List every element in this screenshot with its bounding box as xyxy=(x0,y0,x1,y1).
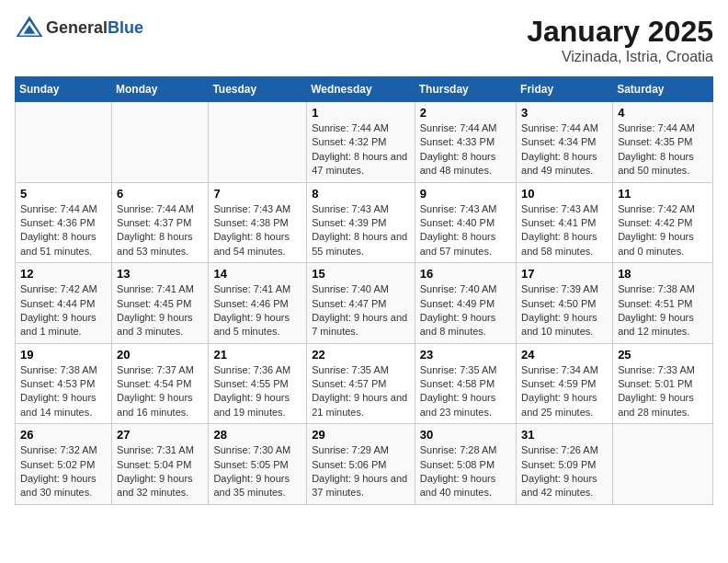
day-number: 14 xyxy=(213,267,301,281)
calendar-cell: 24Sunrise: 7:34 AMSunset: 4:59 PMDayligh… xyxy=(517,343,613,424)
day-number: 29 xyxy=(312,428,410,442)
day-info: Sunrise: 7:39 AMSunset: 4:50 PMDaylight:… xyxy=(521,282,608,339)
calendar-table: SundayMondayTuesdayWednesdayThursdayFrid… xyxy=(15,76,713,505)
calendar-cell: 16Sunrise: 7:40 AMSunset: 4:49 PMDayligh… xyxy=(415,263,516,344)
calendar-cell xyxy=(16,102,112,183)
day-info: Sunrise: 7:42 AMSunset: 4:44 PMDaylight:… xyxy=(20,282,107,339)
calendar-cell: 18Sunrise: 7:38 AMSunset: 4:51 PMDayligh… xyxy=(613,263,713,344)
logo-icon xyxy=(15,15,44,40)
calendar-cell xyxy=(209,102,307,183)
calendar-cell xyxy=(112,102,209,183)
day-info: Sunrise: 7:29 AMSunset: 5:06 PMDaylight:… xyxy=(312,443,410,500)
day-number: 3 xyxy=(521,106,608,120)
day-info: Sunrise: 7:33 AMSunset: 5:01 PMDaylight:… xyxy=(618,363,708,420)
calendar-cell: 14Sunrise: 7:41 AMSunset: 4:46 PMDayligh… xyxy=(209,263,307,344)
day-info: Sunrise: 7:44 AMSunset: 4:34 PMDaylight:… xyxy=(521,121,608,178)
calendar-cell: 29Sunrise: 7:29 AMSunset: 5:06 PMDayligh… xyxy=(307,424,415,505)
day-info: Sunrise: 7:44 AMSunset: 4:32 PMDaylight:… xyxy=(312,121,410,178)
day-number: 1 xyxy=(312,106,410,120)
day-number: 2 xyxy=(420,106,511,120)
day-info: Sunrise: 7:31 AMSunset: 5:04 PMDaylight:… xyxy=(117,443,203,500)
day-number: 20 xyxy=(117,348,203,362)
page-subtitle: Vizinada, Istria, Croatia xyxy=(527,49,713,65)
day-info: Sunrise: 7:35 AMSunset: 4:57 PMDaylight:… xyxy=(312,363,410,420)
calendar-cell: 11Sunrise: 7:42 AMSunset: 4:42 PMDayligh… xyxy=(613,182,713,263)
day-number: 26 xyxy=(20,428,107,442)
day-info: Sunrise: 7:38 AMSunset: 4:51 PMDaylight:… xyxy=(618,282,708,339)
calendar-cell: 4Sunrise: 7:44 AMSunset: 4:35 PMDaylight… xyxy=(613,102,713,183)
day-number: 18 xyxy=(618,267,708,281)
day-number: 15 xyxy=(312,267,410,281)
day-info: Sunrise: 7:38 AMSunset: 4:53 PMDaylight:… xyxy=(20,363,107,420)
day-info: Sunrise: 7:34 AMSunset: 4:59 PMDaylight:… xyxy=(521,363,608,420)
page-header: GeneralBlue January 2025 Vizinada, Istri… xyxy=(15,15,713,65)
day-info: Sunrise: 7:36 AMSunset: 4:55 PMDaylight:… xyxy=(213,363,301,420)
calendar-cell: 22Sunrise: 7:35 AMSunset: 4:57 PMDayligh… xyxy=(307,343,415,424)
day-info: Sunrise: 7:43 AMSunset: 4:39 PMDaylight:… xyxy=(312,202,410,259)
day-number: 6 xyxy=(117,187,203,201)
page-title: January 2025 xyxy=(527,15,713,49)
day-info: Sunrise: 7:43 AMSunset: 4:40 PMDaylight:… xyxy=(420,202,511,259)
logo: GeneralBlue xyxy=(15,15,143,40)
weekday-header-row: SundayMondayTuesdayWednesdayThursdayFrid… xyxy=(16,77,713,102)
day-info: Sunrise: 7:44 AMSunset: 4:37 PMDaylight:… xyxy=(117,202,203,259)
calendar-cell: 1Sunrise: 7:44 AMSunset: 4:32 PMDaylight… xyxy=(307,102,415,183)
day-number: 25 xyxy=(618,348,708,362)
calendar-cell: 27Sunrise: 7:31 AMSunset: 5:04 PMDayligh… xyxy=(112,424,209,505)
calendar-cell: 12Sunrise: 7:42 AMSunset: 4:44 PMDayligh… xyxy=(16,263,112,344)
day-number: 21 xyxy=(213,348,301,362)
calendar-cell: 8Sunrise: 7:43 AMSunset: 4:39 PMDaylight… xyxy=(307,182,415,263)
week-row-5: 26Sunrise: 7:32 AMSunset: 5:02 PMDayligh… xyxy=(16,424,713,505)
weekday-header-sunday: Sunday xyxy=(16,77,112,102)
week-row-1: 1Sunrise: 7:44 AMSunset: 4:32 PMDaylight… xyxy=(16,102,713,183)
calendar-cell: 10Sunrise: 7:43 AMSunset: 4:41 PMDayligh… xyxy=(517,182,613,263)
day-number: 13 xyxy=(117,267,203,281)
calendar-cell: 31Sunrise: 7:26 AMSunset: 5:09 PMDayligh… xyxy=(517,424,613,505)
day-number: 12 xyxy=(20,267,107,281)
calendar-cell: 26Sunrise: 7:32 AMSunset: 5:02 PMDayligh… xyxy=(16,424,112,505)
calendar-cell: 7Sunrise: 7:43 AMSunset: 4:38 PMDaylight… xyxy=(209,182,307,263)
day-number: 16 xyxy=(420,267,511,281)
calendar-cell: 17Sunrise: 7:39 AMSunset: 4:50 PMDayligh… xyxy=(517,263,613,344)
weekday-header-tuesday: Tuesday xyxy=(209,77,307,102)
logo-general: General xyxy=(46,18,108,37)
week-row-4: 19Sunrise: 7:38 AMSunset: 4:53 PMDayligh… xyxy=(16,343,713,424)
calendar-cell: 9Sunrise: 7:43 AMSunset: 4:40 PMDaylight… xyxy=(415,182,516,263)
day-info: Sunrise: 7:43 AMSunset: 4:38 PMDaylight:… xyxy=(213,202,301,259)
calendar-cell: 15Sunrise: 7:40 AMSunset: 4:47 PMDayligh… xyxy=(307,263,415,344)
day-number: 28 xyxy=(213,428,301,442)
day-info: Sunrise: 7:42 AMSunset: 4:42 PMDaylight:… xyxy=(618,202,708,259)
day-info: Sunrise: 7:40 AMSunset: 4:49 PMDaylight:… xyxy=(420,282,511,339)
calendar-cell: 25Sunrise: 7:33 AMSunset: 5:01 PMDayligh… xyxy=(613,343,713,424)
day-info: Sunrise: 7:40 AMSunset: 4:47 PMDaylight:… xyxy=(312,282,410,339)
calendar-cell: 5Sunrise: 7:44 AMSunset: 4:36 PMDaylight… xyxy=(16,182,112,263)
day-info: Sunrise: 7:37 AMSunset: 4:54 PMDaylight:… xyxy=(117,363,203,420)
day-number: 30 xyxy=(420,428,511,442)
weekday-header-saturday: Saturday xyxy=(613,77,713,102)
calendar-cell: 6Sunrise: 7:44 AMSunset: 4:37 PMDaylight… xyxy=(112,182,209,263)
title-block: January 2025 Vizinada, Istria, Croatia xyxy=(527,15,713,65)
day-info: Sunrise: 7:35 AMSunset: 4:58 PMDaylight:… xyxy=(420,363,511,420)
week-row-2: 5Sunrise: 7:44 AMSunset: 4:36 PMDaylight… xyxy=(16,182,713,263)
logo-blue: Blue xyxy=(108,18,143,37)
day-number: 10 xyxy=(521,187,608,201)
calendar-cell: 3Sunrise: 7:44 AMSunset: 4:34 PMDaylight… xyxy=(517,102,613,183)
day-info: Sunrise: 7:41 AMSunset: 4:45 PMDaylight:… xyxy=(117,282,203,339)
day-number: 9 xyxy=(420,187,511,201)
day-info: Sunrise: 7:41 AMSunset: 4:46 PMDaylight:… xyxy=(213,282,301,339)
day-info: Sunrise: 7:44 AMSunset: 4:35 PMDaylight:… xyxy=(618,121,708,178)
day-number: 19 xyxy=(20,348,107,362)
day-info: Sunrise: 7:43 AMSunset: 4:41 PMDaylight:… xyxy=(521,202,608,259)
weekday-header-monday: Monday xyxy=(112,77,209,102)
week-row-3: 12Sunrise: 7:42 AMSunset: 4:44 PMDayligh… xyxy=(16,263,713,344)
calendar-cell: 2Sunrise: 7:44 AMSunset: 4:33 PMDaylight… xyxy=(415,102,516,183)
day-number: 4 xyxy=(618,106,708,120)
calendar-cell xyxy=(613,424,713,505)
day-info: Sunrise: 7:26 AMSunset: 5:09 PMDaylight:… xyxy=(521,443,608,500)
day-number: 7 xyxy=(213,187,301,201)
calendar-cell: 21Sunrise: 7:36 AMSunset: 4:55 PMDayligh… xyxy=(209,343,307,424)
calendar-cell: 19Sunrise: 7:38 AMSunset: 4:53 PMDayligh… xyxy=(16,343,112,424)
weekday-header-friday: Friday xyxy=(517,77,613,102)
day-number: 24 xyxy=(521,348,608,362)
day-number: 27 xyxy=(117,428,203,442)
